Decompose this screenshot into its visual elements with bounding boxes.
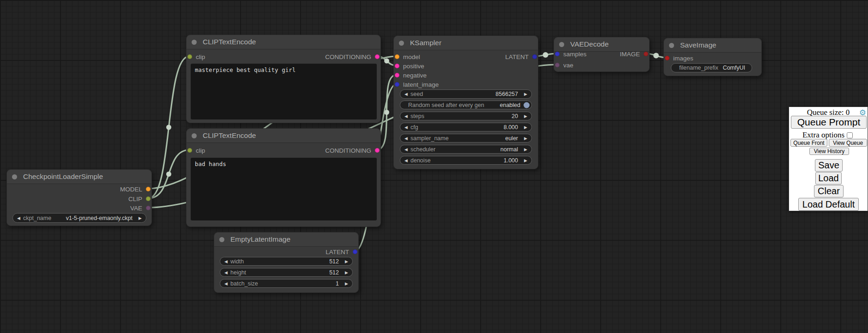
output-slot-conditioning[interactable]: CONDITIONING <box>325 53 380 61</box>
latent-connector-icon[interactable] <box>532 54 537 59</box>
node-ksampler[interactable]: KSampler model positive negative latent_… <box>393 36 538 169</box>
scheduler-widget[interactable]: ◀ scheduler normal ▶ <box>400 145 532 154</box>
arrow-right-icon[interactable]: ▶ <box>345 270 348 274</box>
collapse-dot-icon[interactable] <box>192 133 197 138</box>
output-slot-clip[interactable]: CLIP <box>128 195 151 203</box>
output-slot-latent[interactable]: LATENT <box>326 248 357 256</box>
view-queue-button[interactable]: View Queue <box>829 139 867 147</box>
batch-size-widget[interactable]: ◀ batch_size 1 ▶ <box>220 279 353 288</box>
input-slot-vae[interactable]: vae <box>555 61 573 69</box>
arrow-right-icon[interactable]: ▶ <box>139 216 142 220</box>
arrow-left-icon[interactable]: ◀ <box>404 114 408 118</box>
graph-canvas[interactable]: CheckpointLoaderSimple MODEL CLIP VAE ◀ … <box>0 0 868 333</box>
arrow-left-icon[interactable]: ◀ <box>224 259 228 263</box>
collapse-dot-icon[interactable] <box>219 237 224 242</box>
arrow-left-icon[interactable]: ◀ <box>224 281 228 285</box>
model-connector-icon[interactable] <box>146 187 151 191</box>
negative-prompt-textarea[interactable]: bad hands <box>191 158 377 220</box>
node-checkpoint-loader[interactable]: CheckpointLoaderSimple MODEL CLIP VAE ◀ … <box>6 169 152 226</box>
load-default-button[interactable]: Load Default <box>798 198 859 211</box>
node-title-bar[interactable]: SaveImage <box>664 38 761 53</box>
node-clip-text-encode-positive[interactable]: CLIPTextEncode clip CONDITIONING masterp… <box>186 35 381 123</box>
clip-connector-icon[interactable] <box>187 148 192 153</box>
queue-prompt-button[interactable]: Queue Prompt <box>791 116 867 129</box>
latent-connector-icon[interactable] <box>555 52 560 56</box>
queue-front-button[interactable]: Queue Front <box>790 139 827 147</box>
arrow-left-icon[interactable]: ◀ <box>404 92 408 96</box>
vae-connector-icon[interactable] <box>555 63 560 67</box>
clip-connector-icon[interactable] <box>146 196 151 201</box>
arrow-right-icon[interactable]: ▶ <box>524 136 527 140</box>
collapse-dot-icon[interactable] <box>399 41 404 46</box>
input-slot-latent-image[interactable]: latent_image <box>395 80 439 89</box>
output-slot-image[interactable]: IMAGE <box>620 50 648 58</box>
collapse-dot-icon[interactable] <box>12 174 17 179</box>
arrow-left-icon[interactable]: ◀ <box>404 158 408 162</box>
node-empty-latent-image[interactable]: EmptyLatentImage LATENT ◀ width 512 ▶ ◀ … <box>214 232 359 293</box>
clip-connector-icon[interactable] <box>187 54 192 59</box>
random-seed-toggle-widget[interactable]: Random seed after every gen enabled <box>400 101 532 109</box>
model-connector-icon[interactable] <box>395 54 399 59</box>
node-title-bar[interactable]: CheckpointLoaderSimple <box>7 170 151 184</box>
collapse-dot-icon[interactable] <box>559 42 564 47</box>
input-slot-images[interactable]: images <box>665 54 693 62</box>
output-slot-latent[interactable]: LATENT <box>505 53 537 61</box>
arrow-right-icon[interactable]: ▶ <box>524 114 527 118</box>
latent-connector-icon[interactable] <box>353 250 357 254</box>
arrow-right-icon[interactable]: ▶ <box>524 125 527 129</box>
node-title-bar[interactable]: EmptyLatentImage <box>214 232 358 247</box>
cfg-widget[interactable]: ◀ cfg 8.000 ▶ <box>400 123 532 131</box>
arrow-right-icon[interactable]: ▶ <box>345 281 348 285</box>
input-slot-positive[interactable]: positive <box>395 62 424 70</box>
view-history-button[interactable]: View History <box>809 148 849 155</box>
queue-menu-panel[interactable]: Queue size: 0 ⚙ Queue Prompt Extra optio… <box>789 107 868 211</box>
arrow-left-icon[interactable]: ◀ <box>17 216 20 220</box>
height-widget[interactable]: ◀ height 512 ▶ <box>220 268 353 277</box>
denoise-widget[interactable]: ◀ denoise 1.000 ▶ <box>400 156 532 165</box>
arrow-right-icon[interactable]: ▶ <box>345 259 348 263</box>
node-save-image[interactable]: SaveImage images filename_prefix ComfyUI <box>663 38 762 76</box>
conditioning-connector-icon[interactable] <box>395 64 399 68</box>
output-slot-vae[interactable]: VAE <box>130 204 151 212</box>
output-slot-model[interactable]: MODEL <box>120 185 151 193</box>
arrow-left-icon[interactable]: ◀ <box>224 270 228 274</box>
latent-connector-icon[interactable] <box>395 82 399 87</box>
node-vae-decode[interactable]: VAEDecode samples vae IMAGE <box>554 37 650 72</box>
arrow-right-icon[interactable]: ▶ <box>524 158 527 162</box>
collapse-dot-icon[interactable] <box>192 40 197 45</box>
image-connector-icon[interactable] <box>665 56 669 60</box>
node-title-bar[interactable]: KSampler <box>394 36 538 50</box>
arrow-left-icon[interactable]: ◀ <box>404 147 408 151</box>
arrow-right-icon[interactable]: ▶ <box>524 147 527 151</box>
save-button[interactable]: Save <box>815 159 843 172</box>
image-connector-icon[interactable] <box>644 52 648 56</box>
width-widget[interactable]: ◀ width 512 ▶ <box>220 257 353 266</box>
vae-connector-icon[interactable] <box>146 206 151 210</box>
seed-widget[interactable]: ◀ seed 8566257 ▶ <box>400 89 532 99</box>
collapse-dot-icon[interactable] <box>669 43 674 48</box>
input-slot-samples[interactable]: samples <box>555 50 586 58</box>
positive-prompt-textarea[interactable]: masterpiece best quality girl <box>191 64 377 119</box>
arrow-left-icon[interactable]: ◀ <box>404 136 408 140</box>
input-slot-negative[interactable]: negative <box>395 71 427 79</box>
extra-options-checkbox[interactable] <box>847 132 853 138</box>
output-slot-conditioning[interactable]: CONDITIONING <box>325 146 380 155</box>
conditioning-connector-icon[interactable] <box>375 148 380 153</box>
steps-widget[interactable]: ◀ steps 20 ▶ <box>400 112 532 120</box>
conditioning-connector-icon[interactable] <box>395 73 399 77</box>
input-slot-model[interactable]: model <box>395 53 420 61</box>
node-title-bar[interactable]: CLIPTextEncode <box>187 129 380 143</box>
sampler-name-widget[interactable]: ◀ sampler_name euler ▶ <box>400 134 532 143</box>
conditioning-connector-icon[interactable] <box>375 54 380 59</box>
filename-prefix-widget[interactable]: filename_prefix ComfyUI <box>671 63 752 72</box>
input-slot-clip[interactable]: clip <box>187 53 205 61</box>
load-button[interactable]: Load <box>815 172 842 184</box>
ckpt-name-widget[interactable]: ◀ ckpt_name v1-5-pruned-emaonly.ckpt ▶ <box>12 213 146 223</box>
node-clip-text-encode-negative[interactable]: CLIPTextEncode clip CONDITIONING bad han… <box>186 128 381 227</box>
node-title-bar[interactable]: CLIPTextEncode <box>187 35 380 49</box>
arrow-left-icon[interactable]: ◀ <box>404 125 408 129</box>
input-slot-clip[interactable]: clip <box>187 146 205 155</box>
toggle-on-icon[interactable] <box>524 102 530 108</box>
clear-button[interactable]: Clear <box>814 185 844 197</box>
arrow-right-icon[interactable]: ▶ <box>524 92 527 96</box>
